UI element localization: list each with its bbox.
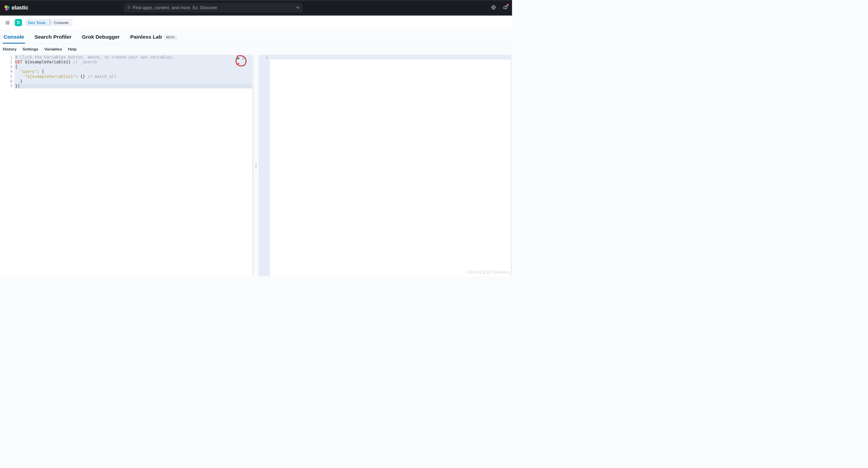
- tab-label: Console: [4, 34, 24, 40]
- pane-resize-handle[interactable]: [254, 55, 258, 276]
- tab-label: Search Profiler: [35, 34, 72, 40]
- svg-line-5: [130, 8, 131, 9]
- breadcrumb-item-devtools[interactable]: Dev Tools: [25, 19, 49, 26]
- tab-console[interactable]: Console: [3, 34, 25, 43]
- line-gutter: 1234567: [0, 55, 14, 276]
- request-pane: 1234567 # Click the Variables button, ab…: [0, 55, 254, 276]
- toolbar-settings[interactable]: Settings: [23, 47, 39, 52]
- elastic-logo-icon: [4, 5, 10, 11]
- response-pane: 1: [258, 55, 512, 276]
- svg-point-7: [493, 6, 494, 8]
- response-viewer[interactable]: [270, 55, 510, 276]
- send-request-button[interactable]: [236, 56, 240, 61]
- svg-point-3: [7, 8, 9, 10]
- toolbar-help[interactable]: Help: [68, 47, 77, 52]
- console-editor-wrap: 1234567 # Click the Variables button, ab…: [0, 55, 512, 276]
- request-actions: [236, 56, 246, 61]
- header-actions: [491, 5, 508, 11]
- request-editor[interactable]: # Click the Variables button, above, to …: [14, 55, 252, 276]
- tab-painless-lab[interactable]: Painless LabBETA: [130, 34, 178, 43]
- search-kbd-hint: ^/: [296, 6, 299, 10]
- breadcrumb-bar: D Dev Tools Console: [0, 16, 512, 29]
- search-icon: [127, 6, 131, 10]
- space-avatar[interactable]: D: [15, 19, 22, 26]
- tab-label: Painless Lab: [130, 34, 162, 40]
- devtools-tabs: Console Search Profiler Grok Debugger Pa…: [0, 29, 512, 43]
- brand-logo[interactable]: elastic: [4, 5, 28, 11]
- global-search[interactable]: Find apps, content, and more. Ex: Discov…: [124, 3, 302, 12]
- notification-badge: [507, 4, 509, 6]
- brand-name: elastic: [12, 5, 28, 11]
- breadcrumb-item-console: Console: [49, 19, 73, 26]
- breadcrumb: Dev Tools Console: [25, 19, 72, 26]
- line-gutter: 1: [258, 55, 270, 276]
- nav-toggle-button[interactable]: [4, 19, 12, 27]
- console-toolbar: History Settings Variables Help: [0, 44, 512, 55]
- beta-badge: BETA: [164, 35, 177, 40]
- svg-point-12: [506, 5, 507, 6]
- toolbar-variables[interactable]: Variables: [44, 47, 62, 52]
- scrollbar[interactable]: [252, 55, 254, 276]
- svg-marker-16: [237, 57, 240, 60]
- tab-grok-debugger[interactable]: Grok Debugger: [81, 34, 120, 43]
- search-placeholder: Find apps, content, and more. Ex: Discov…: [133, 5, 294, 10]
- newsfeed-icon[interactable]: [502, 5, 508, 11]
- tab-search-profiler[interactable]: Search Profiler: [34, 34, 72, 43]
- watermark: CSDN @蓝盒子itbluebox: [466, 269, 510, 275]
- tab-label: Grok Debugger: [82, 34, 120, 40]
- toolbar-history[interactable]: History: [3, 47, 17, 52]
- help-icon[interactable]: [491, 5, 496, 11]
- svg-point-4: [128, 6, 130, 8]
- space-letter: D: [17, 20, 20, 25]
- top-header: elastic Find apps, content, and more. Ex…: [0, 0, 512, 16]
- request-options-button[interactable]: [242, 56, 246, 61]
- scrollbar[interactable]: [511, 55, 512, 276]
